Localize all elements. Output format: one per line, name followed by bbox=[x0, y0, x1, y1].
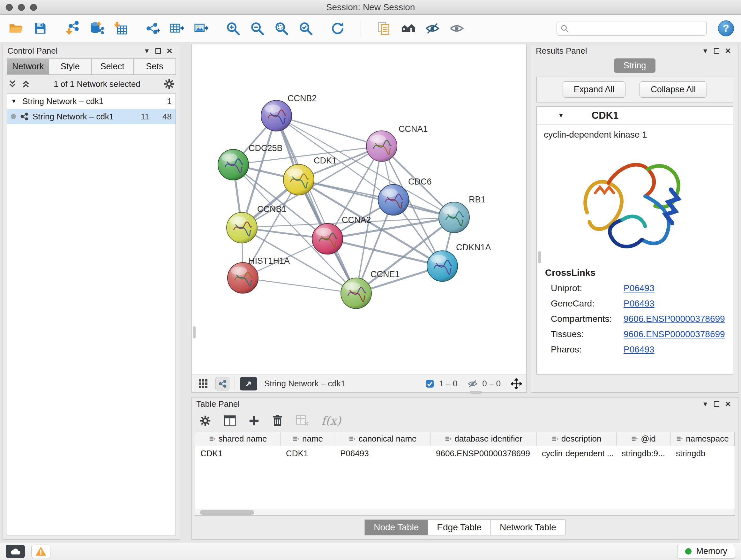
network-edge[interactable] bbox=[243, 278, 356, 293]
right-divider-handle[interactable] bbox=[538, 251, 541, 263]
export-table-button[interactable] bbox=[168, 19, 186, 37]
crosslink-link[interactable]: 9606.ENSP00000378699 bbox=[623, 314, 725, 324]
tab-network-table[interactable]: Network Table bbox=[491, 519, 565, 536]
network-canvas-svg[interactable]: CCNB2CCNA1CDC25BCDK1CDC6RB1CCNB1CCNA2CDK… bbox=[192, 44, 526, 374]
gear-icon[interactable] bbox=[164, 78, 175, 89]
table-cell[interactable]: cyclin-dependent ... bbox=[537, 449, 616, 458]
show-graphics-button[interactable] bbox=[448, 19, 466, 37]
cloud-button[interactable] bbox=[6, 545, 25, 558]
column-header-name[interactable]: name bbox=[281, 432, 335, 446]
open-in-new-window-button[interactable] bbox=[240, 377, 257, 390]
save-session-button[interactable] bbox=[31, 19, 49, 37]
panel-menu-icon[interactable]: ▾ bbox=[141, 46, 152, 55]
hide-graphics-button[interactable] bbox=[423, 19, 441, 37]
export-network-button[interactable] bbox=[144, 19, 161, 37]
window-zoom-button[interactable] bbox=[30, 4, 37, 11]
network-node-cdk1[interactable] bbox=[283, 165, 314, 195]
add-column-icon[interactable] bbox=[249, 415, 259, 426]
import-network-file-button[interactable] bbox=[63, 19, 81, 37]
select-columns-icon[interactable] bbox=[224, 415, 236, 427]
table-cell[interactable]: stringdb:9... bbox=[616, 449, 671, 458]
scrollbar-thumb[interactable] bbox=[200, 510, 254, 515]
help-button[interactable]: ? bbox=[718, 20, 734, 37]
network-node-ccna1[interactable] bbox=[366, 131, 397, 162]
zoom-selected-button[interactable] bbox=[297, 19, 315, 37]
crosslink-link[interactable]: P06493 bbox=[623, 283, 655, 294]
network-node-cdkn1a[interactable] bbox=[427, 251, 458, 281]
tab-style[interactable]: Style bbox=[49, 58, 91, 75]
left-divider-handle[interactable] bbox=[193, 326, 196, 338]
network-tree-root-row[interactable]: ▼ String Network – cdk1 1 bbox=[7, 94, 176, 109]
table-cell[interactable]: stringdb bbox=[671, 449, 735, 458]
network-tree-child-row[interactable]: String Network – cdk1 11 48 bbox=[7, 109, 176, 124]
panel-float-icon[interactable] bbox=[714, 48, 719, 54]
table-cell[interactable]: P06493 bbox=[335, 449, 431, 458]
network-node-ccnb1[interactable] bbox=[226, 212, 257, 243]
delete-column-icon[interactable] bbox=[272, 415, 283, 427]
zoom-in-button[interactable] bbox=[224, 19, 242, 37]
window-close-button[interactable] bbox=[6, 4, 13, 11]
crosslink-link[interactable]: P06493 bbox=[623, 299, 655, 309]
expand-all-icon[interactable] bbox=[21, 79, 30, 88]
warning-button[interactable] bbox=[31, 545, 51, 558]
refresh-layout-button[interactable] bbox=[329, 19, 347, 37]
column-header-shared-name[interactable]: shared name bbox=[195, 432, 281, 446]
column-header--id[interactable]: @id bbox=[616, 432, 671, 446]
network-edge[interactable] bbox=[276, 116, 382, 146]
table-cell[interactable]: CDK1 bbox=[281, 449, 335, 458]
table-cell[interactable]: CDK1 bbox=[195, 449, 281, 458]
network-node-ccnb2[interactable] bbox=[261, 100, 292, 131]
memory-button[interactable]: Memory bbox=[677, 544, 735, 559]
network-node-hist1h1a[interactable] bbox=[227, 262, 258, 293]
panel-float-icon[interactable] bbox=[155, 48, 161, 54]
expand-all-button[interactable]: Expand All bbox=[562, 81, 626, 98]
export-image-button[interactable] bbox=[192, 19, 210, 37]
network-canvas[interactable]: CCNB2CCNA1CDC25BCDK1CDC6RB1CCNB1CCNA2CDK… bbox=[192, 44, 526, 374]
tab-edge-table[interactable]: Edge Table bbox=[428, 519, 491, 536]
tab-network[interactable]: Network bbox=[7, 58, 49, 75]
function-builder-icon[interactable]: f(x) bbox=[321, 414, 341, 427]
hidden-eye-icon[interactable] bbox=[468, 379, 478, 388]
crosslink-link[interactable]: 9606.ENSP00000378699 bbox=[623, 329, 725, 339]
table-cell[interactable]: 9606.ENSP00000378699 bbox=[431, 449, 537, 458]
zoom-fit-button[interactable] bbox=[273, 19, 290, 37]
bottom-divider-handle[interactable] bbox=[470, 391, 482, 394]
network-edge[interactable] bbox=[276, 116, 356, 293]
network-node-rb1[interactable] bbox=[439, 202, 469, 233]
window-minimize-button[interactable] bbox=[18, 4, 25, 11]
horizontal-scrollbar[interactable] bbox=[195, 509, 735, 515]
collapse-all-button[interactable]: Collapse All bbox=[639, 81, 707, 98]
network-node-ccne1[interactable] bbox=[341, 278, 372, 308]
birds-eye-view-button[interactable] bbox=[196, 377, 210, 390]
copy-document-button[interactable] bbox=[375, 19, 393, 37]
selected-checkbox-icon[interactable] bbox=[425, 379, 434, 388]
tab-select[interactable]: Select bbox=[91, 58, 134, 75]
tab-sets[interactable]: Sets bbox=[134, 58, 176, 75]
panel-close-icon[interactable]: × bbox=[722, 399, 734, 409]
search-input[interactable] bbox=[556, 21, 706, 36]
column-header-namespace[interactable]: namespace bbox=[671, 432, 735, 446]
panel-menu-icon[interactable]: ▾ bbox=[699, 399, 711, 408]
section-collapse-icon[interactable]: ▼ bbox=[558, 112, 564, 119]
column-header-database-identifier[interactable]: database identifier bbox=[431, 432, 537, 446]
tree-expander-icon[interactable]: ▼ bbox=[11, 98, 18, 105]
column-header-canonical-name[interactable]: canonical name bbox=[335, 432, 431, 446]
column-header-description[interactable]: description bbox=[537, 432, 616, 446]
crosslink-link[interactable]: P06493 bbox=[623, 345, 655, 355]
delete-table-icon[interactable] bbox=[296, 415, 309, 427]
collapse-all-icon[interactable] bbox=[8, 79, 17, 88]
network-node-ccna2[interactable] bbox=[312, 224, 343, 254]
panel-close-icon[interactable]: × bbox=[722, 46, 734, 56]
home-button[interactable] bbox=[399, 19, 417, 37]
table-settings-gear-icon[interactable] bbox=[199, 415, 211, 427]
panel-menu-icon[interactable]: ▾ bbox=[699, 46, 711, 55]
panel-float-icon[interactable] bbox=[714, 401, 719, 407]
network-node-cdc6[interactable] bbox=[378, 185, 409, 215]
panel-close-icon[interactable]: × bbox=[164, 46, 175, 56]
protein-header[interactable]: ▼ CDK1 bbox=[537, 107, 733, 125]
import-network-database-button[interactable] bbox=[87, 19, 105, 37]
table-row[interactable]: CDK1CDK1P064939606.ENSP00000378699cyclin… bbox=[195, 446, 735, 461]
open-session-button[interactable] bbox=[7, 19, 25, 37]
network-overview-button[interactable] bbox=[215, 377, 229, 390]
pan-crosshair-icon[interactable] bbox=[511, 378, 522, 389]
